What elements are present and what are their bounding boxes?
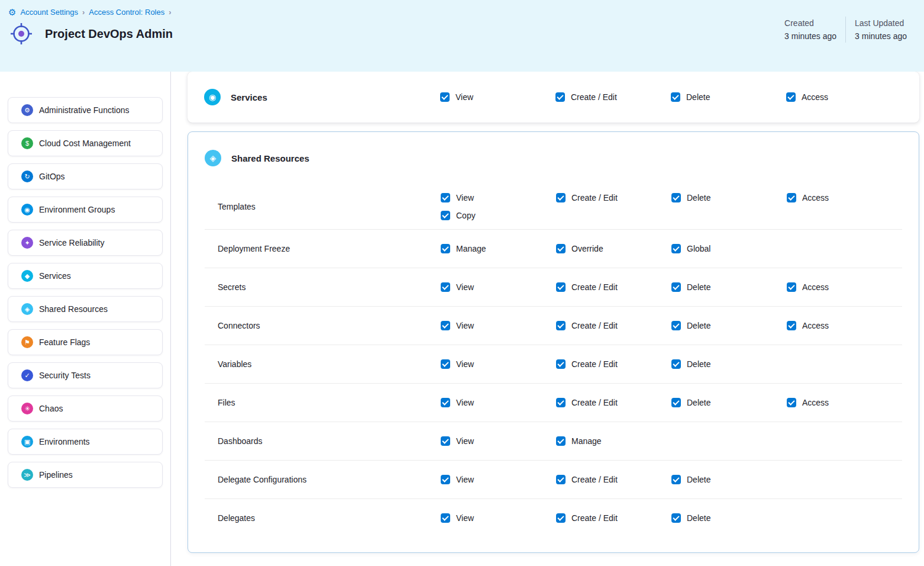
permission-toggle[interactable]: Delete [671,92,786,102]
permission-toggle[interactable]: Create / Edit [556,359,671,369]
checkbox-checked-icon[interactable] [441,321,450,330]
permission-label: View [455,92,473,102]
checkbox-checked-icon[interactable] [556,359,566,369]
permission-toggle[interactable]: Create / Edit [556,398,671,407]
checkbox-checked-icon[interactable] [787,193,796,202]
sidebar-item-chaos[interactable]: ✳ Chaos [8,395,163,422]
checkbox-checked-icon[interactable] [556,193,566,202]
checkbox-checked-icon[interactable] [786,92,796,102]
checkbox-checked-icon[interactable] [441,211,450,220]
pipelines-icon: ≫ [21,469,33,481]
permission-toggle[interactable]: View [441,359,556,369]
checkbox-checked-icon[interactable] [556,282,566,292]
checkbox-checked-icon[interactable] [441,359,450,369]
permission-toggle[interactable]: Delete [671,193,787,202]
shared-resources-card-header: ◈ Shared Resources [205,132,902,184]
permission-label: Delete [687,475,710,484]
checkbox-checked-icon[interactable] [671,359,681,369]
checkbox-checked-icon[interactable] [441,282,450,292]
checkbox-checked-icon[interactable] [441,475,450,484]
permission-line: View Create / Edit Delete [441,359,902,369]
sidebar-item-shared-resources[interactable]: ◈ Shared Resources [8,296,163,322]
checkbox-checked-icon[interactable] [441,513,450,523]
permission-toggle[interactable]: View [441,436,556,446]
permission-toggle[interactable]: Create / Edit [556,193,671,202]
checkbox-checked-icon[interactable] [441,398,450,407]
permission-toggle[interactable]: Access [786,92,902,102]
permission-toggle[interactable]: View [441,321,556,330]
sidebar-item-environment-groups[interactable]: ◉ Environment Groups [8,197,163,223]
permission-toggle[interactable]: Delete [671,282,787,292]
permission-toggle[interactable]: Create / Edit [556,282,671,292]
permission-toggle[interactable]: Create / Edit [556,321,671,330]
permission-toggle[interactable]: View [441,282,556,292]
checkbox-checked-icon[interactable] [440,92,450,102]
sidebar-item-services[interactable]: ◆ Services [8,263,163,289]
permission-toggle[interactable]: Delete [671,475,787,484]
checkbox-checked-icon[interactable] [555,92,565,102]
permission-toggle[interactable]: Delete [671,359,787,369]
checkbox-checked-icon[interactable] [787,398,796,407]
permission-toggle[interactable]: View [441,513,556,523]
checkbox-checked-icon[interactable] [787,282,796,292]
sidebar-item-feature-flags[interactable]: ⚑ Feature Flags [8,329,163,355]
permission-line: View Manage [441,436,902,446]
checkbox-checked-icon[interactable] [671,282,681,292]
checkbox-checked-icon[interactable] [787,321,796,330]
permission-label: Copy [456,211,476,220]
permission-label: View [456,282,474,292]
breadcrumb-link-access-control-roles[interactable]: Access Control: Roles [89,8,164,17]
checkbox-checked-icon[interactable] [556,244,566,253]
checkbox-checked-icon[interactable] [671,398,681,407]
shared-resources-rows: Templates View Create / Edit Delete Acce… [205,184,902,537]
checkbox-checked-icon[interactable] [556,475,566,484]
permission-toggle[interactable]: Create / Edit [556,475,671,484]
checkbox-checked-icon[interactable] [556,513,566,523]
permission-toggle[interactable]: Access [787,193,902,202]
permission-line: Manage Override Global [441,244,902,253]
permission-toggle[interactable]: View [440,92,555,102]
resource-label: Deployment Freeze [205,244,441,253]
permission-toggle[interactable]: Global [671,244,787,253]
sidebar-item-gitops[interactable]: ↻ GitOps [8,163,163,189]
permission-toggle[interactable]: Delete [671,321,787,330]
permission-toggle[interactable]: Access [787,398,902,407]
permission-toggle[interactable]: Create / Edit [555,92,671,102]
checkbox-checked-icon[interactable] [441,244,450,253]
permission-toggle[interactable]: Copy [441,211,556,220]
checkbox-checked-icon[interactable] [556,321,566,330]
checkbox-checked-icon[interactable] [441,193,450,202]
permission-toggle[interactable]: Manage [556,436,671,446]
sidebar-item-cloud-cost-management[interactable]: $ Cloud Cost Management [8,130,163,156]
sidebar-item-label: Services [39,271,71,281]
permission-toggle[interactable]: Override [556,244,671,253]
permission-toggle[interactable]: Delete [671,398,787,407]
permission-toggle[interactable]: Delete [671,513,787,523]
permission-toggle[interactable]: Access [787,282,902,292]
permission-toggle[interactable]: Access [787,321,902,330]
sidebar-item-service-reliability[interactable]: ✦ Service Reliability [8,230,163,256]
checkbox-checked-icon[interactable] [556,398,566,407]
permission-toggle[interactable]: View [441,193,556,202]
permission-toggle[interactable]: Manage [441,244,556,253]
main-content: ◉ Services View Create / Edit Delete Acc… [171,72,924,566]
checkbox-checked-icon[interactable] [671,244,681,253]
permission-row-delegate-configurations: Delegate Configurations View Create / Ed… [205,460,902,499]
checkbox-checked-icon[interactable] [671,193,681,202]
checkbox-checked-icon[interactable] [556,436,566,446]
checkbox-checked-icon[interactable] [671,321,681,330]
sidebar-item-pipelines[interactable]: ≫ Pipelines [8,462,163,488]
permission-label: Delete [687,321,710,330]
breadcrumb-link-account-settings[interactable]: Account Settings [20,8,78,17]
permission-toggle[interactable]: View [441,475,556,484]
checkbox-checked-icon[interactable] [671,475,681,484]
sidebar-item-label: Service Reliability [39,238,104,247]
sidebar-item-administrative-functions[interactable]: ⚙ Administrative Functions [8,97,163,123]
checkbox-checked-icon[interactable] [671,513,681,523]
sidebar-item-environments[interactable]: ▣ Environments [8,429,163,455]
checkbox-checked-icon[interactable] [671,92,680,102]
sidebar-item-security-tests[interactable]: ✓ Security Tests [8,362,163,388]
permission-toggle[interactable]: Create / Edit [556,513,671,523]
checkbox-checked-icon[interactable] [441,436,450,446]
permission-toggle[interactable]: View [441,398,556,407]
